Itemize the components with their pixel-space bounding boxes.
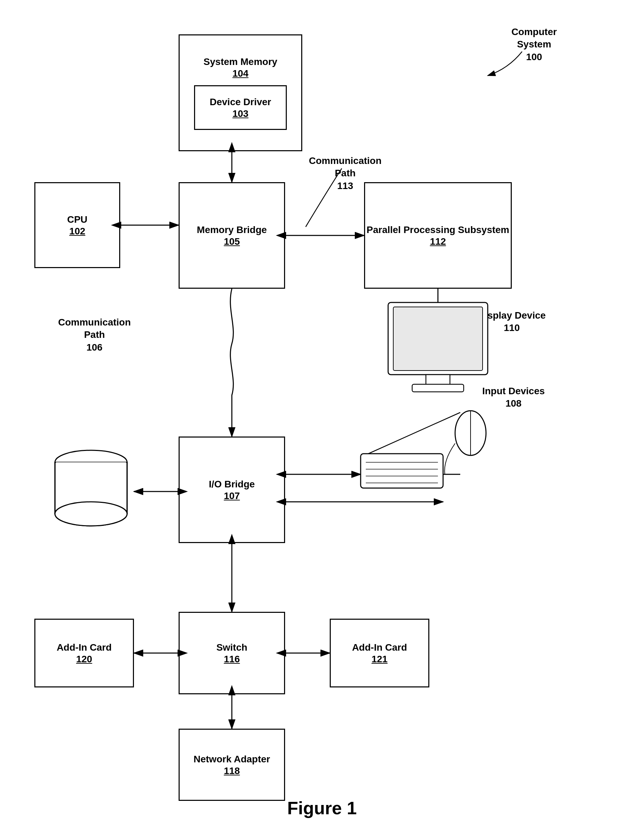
device-driver-num: 103 [233,108,249,119]
network-adapter-label: Network Adapter [193,753,270,765]
add-in-card-121-label: Add-In Card [352,641,407,654]
svg-point-32 [55,502,127,526]
memory-bridge-num: 105 [224,236,240,247]
io-bridge-num: 107 [224,491,240,501]
switch-num: 116 [224,654,240,665]
input-devices-label: Input Devices 108 [477,385,550,410]
svg-rect-18 [412,384,464,392]
svg-point-24 [455,411,486,455]
svg-rect-17 [426,375,450,385]
network-adapter-num: 118 [224,765,240,776]
diagram-container: Computer System 100 System Memory 104 De… [0,0,644,839]
system-disk-num: 114 [87,481,103,491]
system-memory-label: System Memory [204,56,278,68]
io-bridge-box: I/O Bridge 107 [179,437,285,543]
network-adapter-box: Network Adapter 118 [179,729,285,801]
cpu-box: CPU 102 [34,182,120,268]
cpu-label: CPU [67,213,87,226]
add-in-card-121-box: Add-In Card 121 [330,619,429,687]
io-bridge-label: I/O Bridge [209,478,255,491]
parallel-processing-label: Parallel Processing Subsystem [366,224,509,236]
system-memory-box: System Memory 104 Device Driver 103 [179,35,302,151]
svg-rect-16 [393,307,483,371]
display-device-label: Display Device 110 [477,309,546,335]
computer-system-label: Computer System 100 [500,26,568,63]
system-disk-label: System Disk 114 [60,467,129,493]
device-driver-box: Device Driver 103 [194,85,287,130]
add-in-card-120-num: 120 [76,654,92,665]
system-memory-num: 104 [233,68,249,79]
memory-bridge-label: Memory Bridge [197,224,267,236]
add-in-card-121-num: 121 [371,654,388,665]
switch-box: Switch 116 [179,612,285,694]
parallel-processing-box: Parallel Processing Subsystem 112 [364,182,512,289]
svg-line-8 [361,412,460,457]
cpu-num: 102 [69,226,85,237]
device-driver-label: Device Driver [210,96,271,108]
switch-label: Switch [216,641,247,654]
svg-rect-15 [388,302,488,375]
diagram-svg [0,0,644,839]
comm-path-113-label: Communication Path 113 [306,155,385,192]
memory-bridge-box: Memory Bridge 105 [179,182,285,289]
figure-label: Figure 1 [287,798,356,818]
svg-point-28 [55,502,127,526]
add-in-card-120-box: Add-In Card 120 [34,619,134,687]
comm-path-106-label: Communication Path 106 [55,316,134,354]
add-in-card-120-label: Add-In Card [57,641,112,654]
svg-rect-19 [361,454,443,488]
parallel-processing-num: 112 [430,236,446,247]
